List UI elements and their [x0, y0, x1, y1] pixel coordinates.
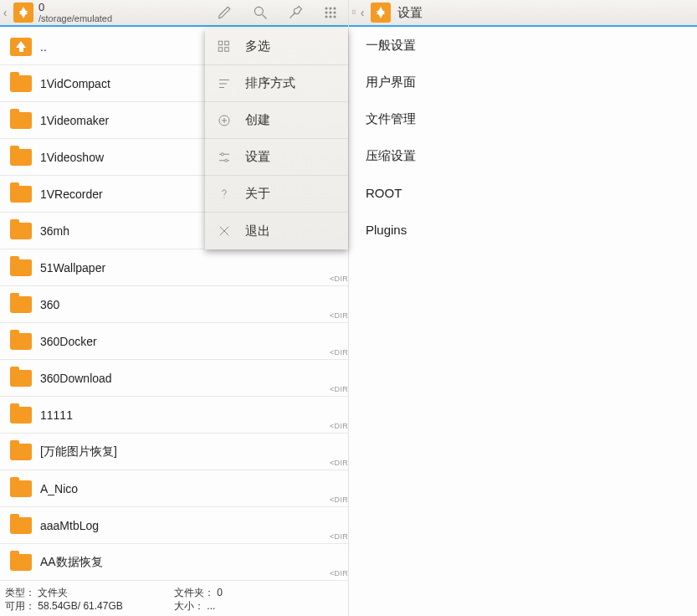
dir-tag: <DIR	[330, 569, 348, 578]
left-pane: ‹ 0 /storage/emulated .. 1VidCom	[0, 0, 348, 616]
back-chevron-icon[interactable]: ‹	[0, 0, 10, 25]
dropdown-label: 多选	[245, 38, 270, 54]
file-name: 51Wallpaper	[40, 261, 338, 275]
settings-item[interactable]: ROOT	[349, 174, 697, 211]
search-icon[interactable]	[243, 0, 278, 26]
svg-rect-12	[225, 41, 229, 45]
dropdown-create[interactable]: 创建	[205, 102, 348, 139]
svg-point-5	[325, 12, 327, 13]
folder-icon	[10, 112, 32, 129]
status-type-label: 类型：	[5, 587, 35, 598]
file-row[interactable]: AA数据恢复<DIR	[0, 544, 348, 581]
folder-icon	[10, 186, 32, 203]
multiselect-icon	[215, 38, 233, 56]
dir-tag: <DIR	[330, 459, 348, 467]
dropdown-settings[interactable]: 设置	[205, 139, 348, 176]
folder-icon	[10, 333, 32, 350]
status-folder-value: 0	[217, 587, 223, 598]
file-name: 11111	[40, 408, 338, 422]
settings-item[interactable]: 文件管理	[349, 100, 697, 137]
file-row[interactable]: A_Nico<DIR	[0, 470, 348, 507]
folder-icon	[10, 444, 32, 460]
dir-tag: <DIR	[330, 422, 348, 430]
status-folder-label: 文件夹：	[174, 587, 214, 598]
settings-item[interactable]: 一般设置	[349, 27, 697, 64]
edit-icon[interactable]	[208, 0, 243, 26]
menu-icon[interactable]	[313, 0, 348, 26]
path-title[interactable]: 0 /storage/emulated	[37, 2, 208, 23]
svg-point-9	[330, 16, 331, 18]
statusbar-col2: 文件夹： 0 大小： ...	[174, 586, 343, 614]
right-titlebar: ⠿ ‹ 设置	[349, 0, 697, 27]
file-row[interactable]: 360<DIR	[0, 286, 348, 323]
file-row[interactable]: 51Wallpaper<DIR	[0, 249, 348, 286]
exit-icon	[215, 222, 233, 240]
dir-tag: <DIR	[330, 348, 348, 357]
about-icon	[215, 185, 233, 203]
svg-line-1	[263, 15, 267, 19]
statusbar-col1: 类型： 文件夹 可用： 58.54GB/ 61.47GB	[5, 586, 174, 614]
dir-tag: <DIR	[330, 532, 348, 541]
dir-tag: <DIR	[330, 275, 348, 283]
dropdown-label: 排序方式	[245, 75, 295, 91]
status-size-value: ...	[207, 600, 215, 612]
status-avail-value: 58.54GB/ 61.47GB	[38, 600, 122, 612]
settings-item[interactable]: 压缩设置	[349, 137, 697, 174]
file-row[interactable]: 360Download<DIR	[0, 360, 348, 397]
settings-item[interactable]: Plugins	[349, 211, 697, 248]
toolbar	[208, 0, 348, 26]
svg-point-7	[334, 12, 336, 13]
file-name: A_Nico	[40, 482, 338, 495]
dropdown-sort[interactable]: 排序方式	[205, 65, 348, 102]
svg-rect-11	[218, 41, 223, 45]
up-arrow-icon	[10, 38, 32, 56]
file-row[interactable]: 11111<DIR	[0, 397, 348, 434]
svg-point-6	[330, 12, 331, 13]
back-chevron-icon[interactable]: ‹	[357, 0, 367, 25]
status-type-value: 文件夹	[38, 587, 68, 598]
settings-item[interactable]: 用户界面	[349, 64, 697, 100]
dir-tag: <DIR	[330, 385, 348, 393]
svg-point-24	[225, 159, 228, 162]
svg-point-3	[330, 8, 331, 9]
file-row[interactable]: [万能图片恢复]<DIR	[0, 434, 348, 470]
svg-point-10	[334, 16, 336, 18]
settings-list: 一般设置用户界面文件管理压缩设置ROOTPlugins	[349, 27, 697, 248]
dropdown-menu: 多选 排序方式 创建 设置 关于 退出	[205, 28, 348, 249]
dropdown-about[interactable]: 关于	[205, 176, 348, 213]
app-logo-icon[interactable]	[13, 3, 33, 23]
file-name: aaaMtbLog	[40, 519, 338, 532]
svg-point-4	[334, 8, 336, 9]
wrench-icon[interactable]	[278, 0, 313, 26]
dropdown-label: 退出	[245, 223, 270, 239]
file-name: 360Download	[40, 372, 338, 385]
statusbar: 类型： 文件夹 可用： 58.54GB/ 61.47GB 文件夹： 0 大小： …	[0, 584, 348, 616]
dropdown-exit[interactable]: 退出	[205, 213, 348, 249]
folder-icon	[10, 296, 32, 313]
folder-icon	[10, 554, 32, 571]
folder-icon	[10, 370, 32, 387]
file-name: [万能图片恢复]	[40, 444, 338, 459]
create-icon	[215, 111, 233, 130]
file-row[interactable]: aaaMtbLog<DIR	[0, 507, 348, 544]
app-logo-icon[interactable]	[371, 3, 391, 23]
dropdown-label: 关于	[245, 186, 270, 202]
dropdown-multiselect[interactable]: 多选	[205, 28, 348, 65]
left-titlebar: ‹ 0 /storage/emulated	[0, 0, 348, 27]
status-size-label: 大小：	[174, 600, 204, 612]
settings-title: 设置	[394, 5, 423, 21]
folder-icon	[10, 407, 32, 424]
svg-point-8	[325, 16, 327, 18]
file-name: 360Docker	[40, 335, 338, 348]
path-title-line2: /storage/emulated	[38, 13, 208, 23]
dir-tag: <DIR	[330, 311, 348, 320]
right-pane: ⠿ ‹ 设置 一般设置用户界面文件管理压缩设置ROOTPlugins	[348, 0, 697, 616]
sort-icon	[215, 74, 233, 93]
dropdown-label: 设置	[245, 149, 270, 165]
path-title-line1: 0	[38, 2, 208, 13]
file-name: 360	[40, 298, 338, 311]
folder-icon	[10, 223, 32, 239]
file-row[interactable]: 360Docker<DIR	[0, 323, 348, 360]
drag-handle-icon[interactable]: ⠿	[349, 0, 357, 26]
file-name: AA数据恢复	[40, 555, 338, 570]
